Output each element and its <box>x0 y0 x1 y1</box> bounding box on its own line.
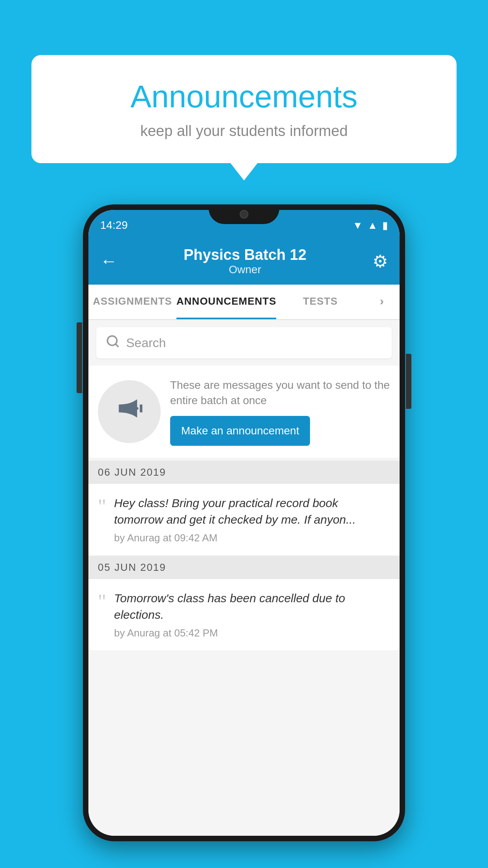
date-divider-2: 05 JUN 2019 <box>88 556 400 579</box>
announcement-prompt: These are messages you want to send to t… <box>88 366 400 458</box>
tab-more[interactable]: › <box>364 285 400 319</box>
phone-notch <box>209 204 279 224</box>
tab-assignments[interactable]: ASSIGNMENTS <box>88 285 176 319</box>
phone-mockup: 14:29 ▼ ▲ ▮ ← Physics Batch 12 Owner ⚙ A… <box>83 204 405 841</box>
announcement-text-2: Tomorrow's class has been cancelled due … <box>114 590 390 623</box>
quote-icon-1: " <box>98 497 106 517</box>
quote-icon-2: " <box>98 592 106 612</box>
camera-dot <box>240 210 248 219</box>
search-icon <box>106 334 120 352</box>
speech-bubble-title: Announcements <box>63 79 425 115</box>
content-area: Search These are messages you want to <box>88 320 400 836</box>
settings-icon[interactable]: ⚙ <box>372 251 388 271</box>
status-icons: ▼ ▲ ▮ <box>353 219 388 232</box>
app-header: ← Physics Batch 12 Owner ⚙ <box>88 237 400 285</box>
announcement-item-2[interactable]: " Tomorrow's class has been cancelled du… <box>88 579 400 650</box>
status-time: 14:29 <box>100 219 128 232</box>
header-title-area: Physics Batch 12 Owner <box>117 246 372 276</box>
megaphone-icon <box>114 393 145 430</box>
speech-bubble: Announcements keep all your students inf… <box>31 55 457 163</box>
phone-screen: 14:29 ▼ ▲ ▮ ← Physics Batch 12 Owner ⚙ A… <box>88 210 400 836</box>
signal-icon: ▲ <box>367 219 378 232</box>
back-button[interactable]: ← <box>100 251 117 271</box>
tab-announcements[interactable]: ANNOUNCEMENTS <box>176 285 276 319</box>
header-role: Owner <box>117 263 372 276</box>
announcement-content-1: Hey class! Bring your practical record b… <box>114 495 390 544</box>
announcement-meta-2: by Anurag at 05:42 PM <box>114 627 390 639</box>
phone-outer: 14:29 ▼ ▲ ▮ ← Physics Batch 12 Owner ⚙ A… <box>83 204 405 841</box>
search-bar[interactable]: Search <box>96 327 392 359</box>
announcement-content-2: Tomorrow's class has been cancelled due … <box>114 590 390 639</box>
svg-point-2 <box>136 407 139 410</box>
svg-line-1 <box>116 344 118 346</box>
search-placeholder: Search <box>126 336 166 350</box>
tabs-bar: ASSIGNMENTS ANNOUNCEMENTS TESTS › <box>88 285 400 320</box>
megaphone-circle <box>98 380 161 443</box>
make-announcement-button[interactable]: Make an announcement <box>170 416 310 446</box>
announcement-meta-1: by Anurag at 09:42 AM <box>114 532 390 544</box>
speech-bubble-area: Announcements keep all your students inf… <box>31 55 457 163</box>
wifi-icon: ▼ <box>353 219 363 232</box>
tab-tests[interactable]: TESTS <box>276 285 364 319</box>
batch-name: Physics Batch 12 <box>117 246 372 263</box>
date-divider-1: 06 JUN 2019 <box>88 461 400 484</box>
prompt-description: These are messages you want to send to t… <box>170 377 390 408</box>
announcement-item-1[interactable]: " Hey class! Bring your practical record… <box>88 484 400 555</box>
prompt-right: These are messages you want to send to t… <box>170 377 390 446</box>
announcement-text-1: Hey class! Bring your practical record b… <box>114 495 390 528</box>
battery-icon: ▮ <box>382 219 388 232</box>
speech-bubble-subtitle: keep all your students informed <box>63 123 425 140</box>
